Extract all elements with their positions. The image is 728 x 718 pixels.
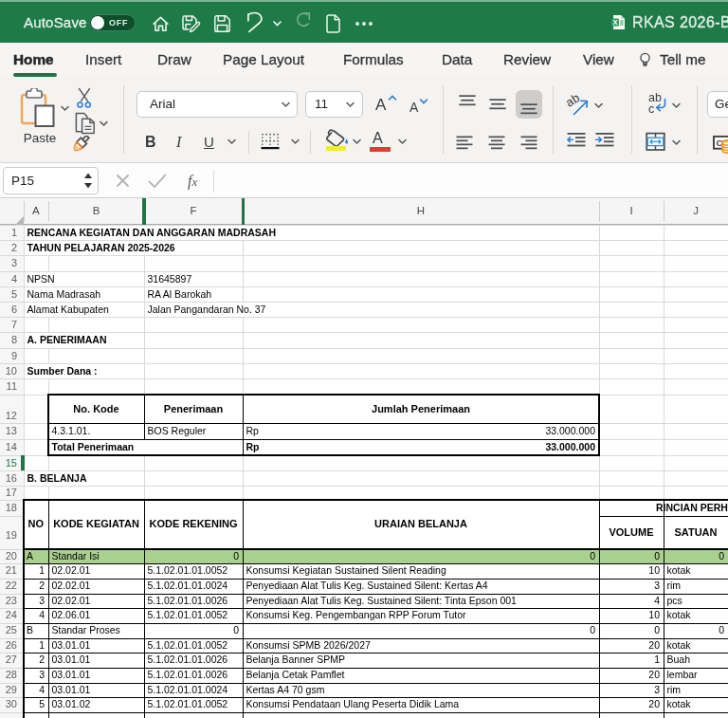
svg-text:X: X: [612, 18, 617, 27]
